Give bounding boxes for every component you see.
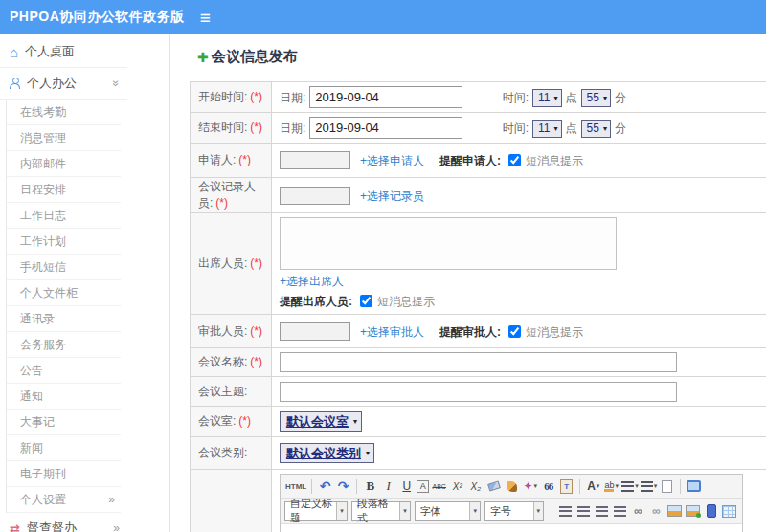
page-title: ✚ 会议信息发布 (197, 48, 766, 66)
strikethrough-icon[interactable]: ABC (431, 477, 447, 495)
subscript-icon[interactable]: X₂ (467, 477, 484, 495)
superscript-icon[interactable]: X² (449, 477, 465, 495)
sidebar-item-internal-mail[interactable]: 内部邮件 (7, 151, 121, 177)
upload-image-icon[interactable] (685, 502, 701, 520)
row-meeting-name: 会议名称:(*) (191, 348, 766, 377)
sidebar-item-e-journal[interactable]: 电子期刊 (7, 461, 121, 487)
personal-office-submenu: 在线考勤 消息管理 内部邮件 日程安排 工作日志 工作计划 手机短信 个人文件柜… (6, 100, 121, 513)
sidebar-item-work-log[interactable]: 工作日志 (7, 203, 121, 229)
meeting-name-input[interactable] (280, 352, 677, 372)
sidebar-item-sms[interactable]: 手机短信 (7, 255, 121, 280)
ordered-list-icon[interactable]: ▾ (621, 477, 639, 495)
end-date-input[interactable] (309, 117, 462, 139)
sidebar-item-supervision[interactable]: ⇄ 督查督办 » (0, 513, 127, 532)
editor-content-area[interactable] (281, 524, 742, 532)
recorder-input[interactable] (280, 187, 350, 205)
redo-icon[interactable]: ↷ (335, 477, 351, 495)
required-mark: (*) (250, 256, 262, 270)
align-justify-icon[interactable] (612, 502, 628, 520)
fullscreen-icon[interactable] (686, 477, 702, 495)
unordered-list-icon[interactable]: ▾ (641, 477, 658, 495)
applicant-input[interactable] (280, 151, 350, 169)
hamburger-menu-icon[interactable]: ≡ (200, 9, 211, 27)
end-minute-select[interactable]: 55▾ (581, 120, 611, 138)
font-color-icon[interactable]: A▾ (585, 477, 601, 495)
sidebar-item-personal-files[interactable]: 个人文件柜 (7, 280, 121, 306)
remind-applicant-label: 提醒申请人: (439, 154, 501, 167)
approver-input[interactable] (280, 322, 350, 341)
pick-recorder-link[interactable]: +选择记录员 (360, 189, 424, 203)
insert-media-icon[interactable] (703, 502, 719, 520)
sidebar-item-meeting-services[interactable]: 会务服务 (7, 332, 121, 358)
italic-icon[interactable]: I (380, 477, 396, 495)
font-family-select[interactable]: 字体▾ (415, 501, 481, 521)
font-style-icon[interactable]: A (417, 480, 429, 493)
editor-toolbar-row2: 自定义标题▾ 段落格式▾ 字体▾ 字号▾ ∞ ∞ (281, 499, 742, 524)
sidebar-item-contacts[interactable]: 通讯录 (7, 306, 121, 332)
sidebar-item-announcements[interactable]: 公告 (7, 358, 121, 384)
end-hour-select[interactable]: 11▾ (532, 120, 561, 138)
start-hour-select[interactable]: 11▾ (532, 89, 561, 107)
field-label: 审批人员: (198, 324, 247, 338)
paragraph-format-select[interactable]: 段落格式▾ (351, 501, 411, 521)
meeting-subject-input[interactable] (280, 382, 677, 402)
bold-icon[interactable]: B (362, 477, 378, 495)
meeting-room-select[interactable]: 默认会议室▾ (280, 411, 362, 432)
align-center-icon[interactable] (575, 502, 592, 520)
field-label: 会议主题: (198, 385, 247, 398)
pick-approver-link[interactable]: +选择审批人 (360, 325, 424, 339)
paste-from-word-icon[interactable]: T (558, 477, 574, 495)
toolbar-separator (552, 504, 552, 519)
sidebar-item-personal-settings[interactable]: 个人设置 » (7, 487, 121, 513)
underline-icon[interactable]: U (398, 477, 415, 495)
toolbar-separator (311, 479, 312, 494)
app-header: PHPOA协同办公软件政务版 ≡ (0, 0, 766, 34)
align-left-icon[interactable] (557, 502, 574, 520)
heading-style-select[interactable]: 自定义标题▾ (284, 501, 348, 521)
dropdown-arrow-icon: ▾ (469, 502, 480, 520)
field-label: 会议室: (198, 414, 236, 428)
insert-image-icon[interactable] (666, 502, 683, 520)
insert-table-icon[interactable] (721, 502, 737, 520)
sidebar-item-personal-office[interactable]: 个人办公 » (0, 68, 127, 100)
sidebar-item-news[interactable]: 新闻 (7, 435, 121, 461)
meeting-category-select[interactable]: 默认会议类别▾ (280, 443, 374, 463)
highlight-color-icon[interactable]: ab▾ (603, 477, 620, 495)
dropdown-arrow-icon: ▾ (399, 502, 410, 520)
start-minute-select[interactable]: 55▾ (581, 89, 611, 107)
undo-icon[interactable]: ↶ (317, 477, 333, 495)
sidebar-item-notices[interactable]: 通知 (7, 384, 121, 410)
blockquote-icon[interactable]: 66 (540, 477, 556, 495)
minute-unit: 分 (615, 122, 626, 135)
align-right-icon[interactable] (594, 502, 610, 520)
insert-link-icon[interactable]: ∞ (630, 502, 646, 520)
sidebar-item-work-plan[interactable]: 工作计划 (7, 229, 121, 255)
attendees-sms-checkbox[interactable] (360, 295, 372, 307)
sidebar-item-desktop[interactable]: ⌂ 个人桌面 (0, 36, 127, 68)
start-date-input[interactable] (309, 86, 462, 108)
autoformat-wand-icon[interactable]: ✦▾ (522, 477, 538, 495)
date-label: 日期: (280, 91, 305, 104)
sidebar-item-major-events[interactable]: 大事记 (7, 410, 121, 435)
html-source-icon[interactable]: HTML (285, 477, 306, 495)
new-page-icon[interactable] (659, 477, 675, 495)
date-label: 日期: (280, 122, 305, 135)
pick-applicant-link[interactable]: +选择申请人 (360, 154, 424, 167)
sidebar-item-online-attendance[interactable]: 在线考勤 (7, 100, 121, 125)
sms-label: 短消息提示 (377, 295, 435, 308)
applicant-sms-checkbox[interactable] (508, 154, 521, 166)
pick-attendees-link[interactable]: +选择出席人 (280, 275, 344, 288)
attendees-textarea[interactable] (280, 217, 617, 270)
remove-link-icon[interactable]: ∞ (648, 502, 665, 520)
dropdown-arrow-icon: ▾ (353, 417, 357, 426)
sidebar-item-schedule[interactable]: 日程安排 (7, 177, 121, 203)
sms-label: 短消息提示 (526, 325, 583, 339)
sidebar-item-message-management[interactable]: 消息管理 (7, 125, 121, 151)
format-painter-icon[interactable] (504, 477, 520, 495)
required-mark: (*) (250, 355, 262, 368)
field-label: 申请人: (198, 153, 236, 166)
font-size-select[interactable]: 字号▾ (484, 501, 544, 521)
approver-sms-checkbox[interactable] (508, 325, 521, 338)
eraser-icon[interactable] (485, 477, 502, 495)
field-label: 会议名称: (198, 355, 247, 368)
